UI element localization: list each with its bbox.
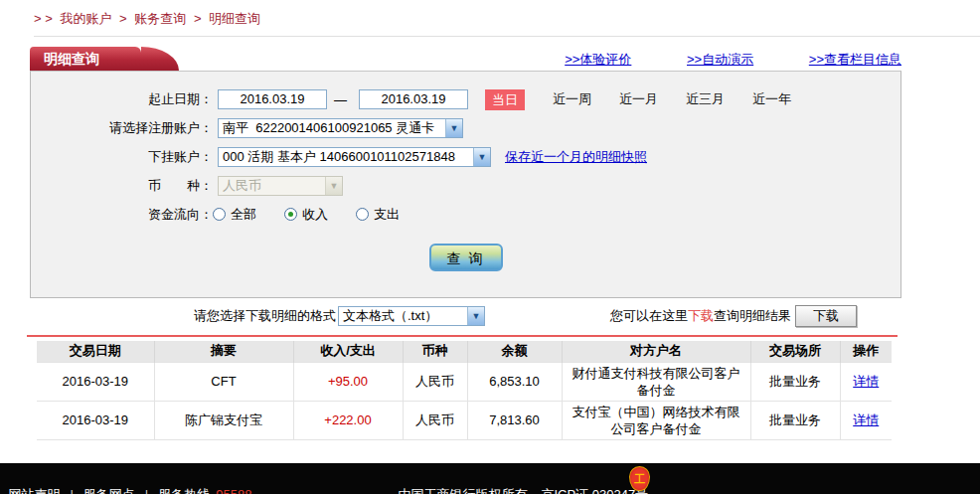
cell-date: 2016-03-19: [37, 401, 154, 439]
footer-bar: 网站声明|服务网点|服务热线95588 中国工商银行版权所有京ICP证 0302…: [0, 463, 980, 494]
cell-balance: 6,853.10: [467, 362, 562, 401]
sub-account-select[interactable]: 000 活期 基本户 1406600101102571848 ▼: [218, 147, 491, 167]
radio-selected-icon[interactable]: [284, 208, 297, 221]
download-format-select[interactable]: 文本格式（.txt） ▼: [338, 306, 485, 326]
link-experience-review[interactable]: >>体验评价: [565, 52, 631, 67]
table-row: 2016-03-19 陈广锦支付宝 +222.00 人民币 7,813.60 支…: [37, 401, 892, 439]
chevron-down-icon[interactable]: ▼: [467, 307, 484, 325]
sub-account-label: 下挂账户：: [31, 148, 213, 166]
top-links: >>体验评价 >>自动演示 >>查看栏目信息: [513, 51, 901, 69]
quick-range-month[interactable]: 近一月: [619, 90, 658, 108]
security-seal-icon: 工: [629, 466, 650, 491]
chevron-down-icon[interactable]: ▼: [473, 148, 490, 166]
download-format-group: 请您选择下载明细的格式 文本格式（.txt） ▼: [194, 306, 485, 326]
download-format-label: 请您选择下载明细的格式: [194, 307, 336, 325]
register-account-select[interactable]: 南平 6222001406100921065 灵通卡 ▼: [218, 118, 463, 138]
cell-counterparty: 财付通支付科技有限公司客户备付金: [562, 362, 750, 401]
radio-icon[interactable]: [356, 208, 369, 221]
currency-row: 币 种： 人民币 ▼: [31, 175, 900, 197]
chevron-down-icon: ▼: [325, 177, 342, 195]
footer-link-branches[interactable]: 服务网点: [83, 487, 135, 494]
cell-amount: +95.00: [293, 362, 403, 401]
header-venue: 交易场所: [750, 341, 840, 362]
download-hint-post: 查询明细结果: [714, 307, 791, 325]
currency-label: 币 种：: [31, 177, 213, 195]
footer-copyright: 中国工商银行版权所有: [398, 487, 527, 494]
link-column-info[interactable]: >>查看栏目信息: [809, 52, 901, 67]
sub-account-value: 000 活期 基本户 1406600101102571848: [219, 148, 473, 166]
header-currency: 币种: [403, 341, 467, 362]
cell-venue: 批量业务: [750, 401, 840, 439]
cell-venue: 批量业务: [750, 362, 840, 401]
tab-row: 明细查询 >>体验评价 >>自动演示 >>查看栏目信息: [30, 47, 901, 71]
header-date: 交易日期: [37, 341, 154, 362]
cell-counterparty: 支付宝（中国）网络技术有限公司客户备付金: [562, 401, 750, 439]
breadcrumb-separator: >: [119, 11, 127, 26]
breadcrumb: > > 我的账户 > 账务查询 > 明细查询: [0, 0, 980, 28]
currency-value: 人民币: [219, 177, 325, 195]
footer-pipe: |: [145, 487, 148, 494]
fund-flow-label: 资金流向：: [31, 206, 213, 224]
footer-link-statement[interactable]: 网站声明: [8, 487, 60, 494]
table-top-redline: [27, 335, 898, 337]
date-dash: —: [334, 92, 347, 107]
date-to-input[interactable]: 2016.03.19: [359, 89, 468, 109]
download-row: 请您选择下载明细的格式 文本格式（.txt） ▼ 您可以在这里下载查询明细结果 …: [0, 304, 980, 328]
radio-flow-expense-label: 支出: [374, 207, 400, 222]
fund-flow-row: 资金流向： 全部 收入 支出: [31, 204, 900, 226]
today-button[interactable]: 当日: [485, 89, 525, 110]
radio-icon[interactable]: [213, 208, 226, 221]
quick-range-week[interactable]: 近一周: [553, 90, 591, 108]
transactions-table: 交易日期 摘要 收入/支出 币种 余额 对方户名 交易场所 操作 2016-03…: [37, 341, 892, 440]
download-format-value: 文本格式（.txt）: [339, 307, 467, 325]
currency-select-disabled: 人民币 ▼: [218, 176, 343, 196]
download-button[interactable]: 下载: [795, 305, 857, 327]
table-header-row: 交易日期 摘要 收入/支出 币种 余额 对方户名 交易场所 操作: [37, 341, 892, 362]
breadcrumb-item-account-query[interactable]: 账务查询: [134, 11, 186, 26]
radio-flow-all-label: 全部: [231, 207, 256, 222]
download-hint-pre: 您可以在这里: [610, 307, 688, 325]
quick-range-quarter[interactable]: 近三月: [686, 90, 725, 108]
breadcrumb-item-detail-query[interactable]: 明细查询: [209, 11, 260, 26]
detail-link[interactable]: 详情: [853, 412, 879, 427]
breadcrumb-item-my-account[interactable]: 我的账户: [60, 11, 111, 26]
footer-hotline-number: 95588: [216, 487, 251, 494]
cell-summary: CFT: [154, 362, 293, 401]
cell-currency: 人民币: [403, 362, 467, 401]
header-action: 操作: [840, 341, 892, 362]
breadcrumb-arrows: > >: [34, 11, 53, 26]
date-range-label: 起止日期：: [31, 90, 213, 108]
link-auto-demo[interactable]: >>自动演示: [687, 52, 753, 67]
detail-link[interactable]: 详情: [853, 374, 879, 389]
radio-flow-income[interactable]: 收入: [284, 206, 328, 224]
footer-left-links: 网站声明|服务网点|服务热线95588: [0, 471, 251, 494]
footer-copyright-group: 中国工商银行版权所有京ICP证 030247号: [384, 471, 648, 494]
radio-flow-income-label: 收入: [302, 207, 328, 222]
radio-flow-all[interactable]: 全部: [213, 206, 256, 224]
cell-amount: +222.00: [293, 401, 403, 439]
download-hint-link[interactable]: 下载: [688, 307, 714, 325]
footer-hotline-label: 服务热线: [158, 487, 210, 494]
table-row: 2016-03-19 CFT +95.00 人民币 6,853.10 财付通支付…: [37, 362, 892, 401]
header-balance: 余额: [467, 341, 562, 362]
cell-summary: 陈广锦支付宝: [154, 401, 293, 439]
cell-date: 2016-03-19: [37, 362, 154, 401]
radio-flow-expense[interactable]: 支出: [356, 206, 400, 224]
sub-account-row: 下挂账户： 000 活期 基本户 1406600101102571848 ▼ 保…: [31, 146, 900, 168]
header-counterparty: 对方户名: [562, 341, 750, 362]
breadcrumb-separator: >: [194, 11, 202, 26]
footer-pipe: |: [70, 487, 73, 494]
chevron-down-icon[interactable]: ▼: [445, 119, 462, 137]
query-button[interactable]: 查 询: [429, 244, 503, 271]
date-range-row: 起止日期： 2016.03.19 — 2016.03.19 当日 近一周 近一月…: [31, 88, 900, 110]
header-summary: 摘要: [154, 341, 293, 362]
quick-range-year[interactable]: 近一年: [752, 90, 791, 108]
cell-currency: 人民币: [403, 401, 467, 439]
query-form-panel: 起止日期： 2016.03.19 — 2016.03.19 当日 近一周 近一月…: [30, 71, 901, 298]
save-snapshot-link[interactable]: 保存近一个月的明细快照: [505, 148, 647, 166]
header-amount: 收入/支出: [293, 341, 403, 362]
date-from-input[interactable]: 2016.03.19: [218, 89, 327, 109]
tab-tail-decoration: [141, 47, 179, 71]
cell-balance: 7,813.60: [467, 401, 562, 439]
query-button-row: 查 询: [31, 244, 900, 271]
